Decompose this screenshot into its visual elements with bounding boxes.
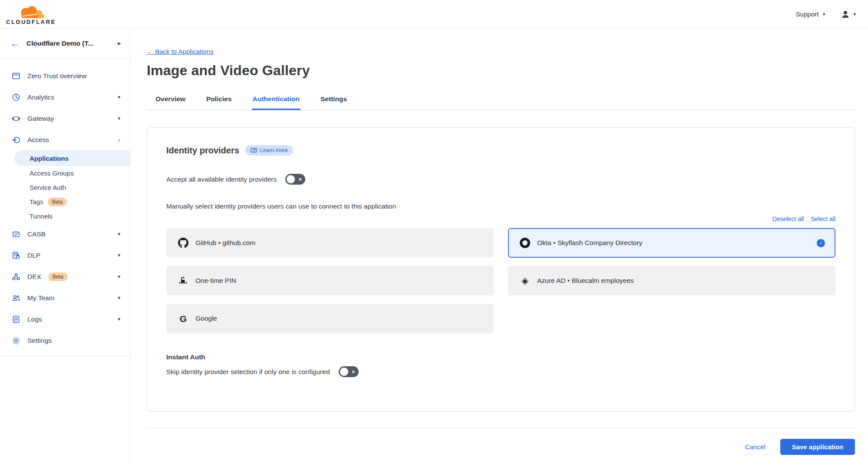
- save-application-button[interactable]: Save application: [780, 439, 855, 455]
- tab-authentication[interactable]: Authentication: [252, 91, 301, 110]
- beta-badge: Beta: [48, 272, 68, 281]
- sidebar-item-label: Logs: [27, 315, 42, 323]
- chevron-down-icon: ▼: [117, 317, 121, 322]
- toggle-knob: [287, 175, 295, 183]
- chevron-down-icon: ▼: [117, 253, 121, 258]
- sidebar-subitem-tunnels[interactable]: Tunnels: [0, 209, 130, 223]
- provider-card-google[interactable]: GGoogle: [166, 304, 494, 333]
- top-bar: CLOUDFLARE Support ▼ ▼: [0, 0, 868, 29]
- sidebar-item-logs[interactable]: Logs▼: [0, 308, 130, 330]
- tab-settings[interactable]: Settings: [320, 91, 348, 110]
- book-icon: [251, 148, 257, 153]
- account-menu[interactable]: ▼: [841, 10, 857, 19]
- sidebar-divider: [0, 356, 130, 357]
- manual-select-text: Manually select identity providers users…: [166, 202, 835, 210]
- sidebar-item-label: CASB: [27, 230, 46, 238]
- chevron-down-icon: ▼: [117, 274, 121, 279]
- team-icon: [12, 294, 20, 302]
- team-name: Cloudflare Demo (T...: [26, 40, 111, 47]
- provider-card-okta[interactable]: Okta • Skyflash Company Directory✓: [508, 228, 835, 258]
- cancel-button[interactable]: Cancel: [745, 443, 766, 451]
- settings-icon: [12, 336, 20, 345]
- dlp-icon: [12, 251, 20, 260]
- instant-auth-label: Skip identity provider selection if only…: [166, 368, 330, 376]
- footer-divider: [147, 428, 855, 428]
- logs-icon: [12, 315, 20, 324]
- one-time-pin-icon: ****: [178, 277, 189, 285]
- sidebar-item-dlp[interactable]: DLP▼: [0, 245, 130, 266]
- tab-bar: OverviewPoliciesAuthenticationSettings: [147, 91, 855, 110]
- sidebar-item-my-team[interactable]: My Team▼: [0, 287, 130, 308]
- accept-all-label: Accept all available identity providers: [166, 176, 277, 183]
- sidebar-item-analytics[interactable]: Analytics▼: [0, 86, 130, 108]
- chevron-down-icon: ▼: [822, 12, 826, 17]
- sidebar-subitem-label: Applications: [30, 155, 69, 162]
- analytics-icon: [12, 93, 20, 102]
- access-icon: [12, 136, 20, 144]
- provider-name: Azure AD • Bluecalm employees: [537, 277, 634, 285]
- chevron-down-icon: ▼: [117, 116, 121, 121]
- sidebar-item-label: DLP: [27, 252, 40, 259]
- sidebar-subitem-label: Tags: [30, 198, 43, 206]
- sidebar-subitem-service-auth[interactable]: Service Auth: [0, 180, 130, 195]
- sidebar-subitem-tags[interactable]: TagsBeta: [0, 195, 130, 209]
- learn-more-button[interactable]: Learn more: [245, 145, 293, 156]
- main-content: ← Back to Applications Image and Video G…: [130, 29, 868, 461]
- select-all-link[interactable]: Select all: [811, 216, 835, 222]
- google-icon: G: [178, 314, 189, 323]
- instant-auth-toggle[interactable]: ×: [339, 366, 359, 377]
- deselect-all-link[interactable]: Deselect all: [772, 216, 804, 222]
- sidebar: ← Cloudflare Demo (T... ▶ Zero Trust ove…: [0, 29, 130, 461]
- sidebar-item-label: My Team: [27, 294, 55, 302]
- okta-icon: [519, 238, 531, 248]
- sidebar-nav: Zero Trust overviewAnalytics▼Gateway▼Acc…: [0, 58, 130, 351]
- instant-auth-heading: Instant Auth: [166, 353, 835, 361]
- brand-text: CLOUDFLARE: [6, 19, 56, 25]
- sidebar-item-dex[interactable]: DEXBeta▼: [0, 266, 130, 287]
- sidebar-subitem-applications[interactable]: Applications: [14, 150, 130, 166]
- sidebar-item-label: DEX: [27, 273, 41, 281]
- card-heading: Identity providers: [166, 146, 239, 156]
- otp-mask: ****: [179, 283, 188, 285]
- sidebar-subitem-label: Service Auth: [30, 184, 66, 191]
- toggle-knob: [340, 368, 348, 376]
- beta-badge: Beta: [48, 198, 67, 206]
- sidebar-item-settings[interactable]: Settings: [0, 330, 130, 351]
- toggle-off-x-icon: ×: [352, 369, 355, 375]
- selected-check-icon: ✓: [817, 239, 825, 247]
- support-menu[interactable]: Support ▼: [796, 10, 826, 18]
- sidebar-item-label: Access: [27, 136, 49, 144]
- chevron-down-icon: ▼: [117, 295, 121, 300]
- user-icon: [841, 10, 850, 19]
- provider-card-azure[interactable]: ◈Azure AD • Bluecalm employees: [508, 266, 835, 295]
- footer-actions: Cancel Save application: [147, 439, 855, 455]
- sidebar-subitem-label: Tunnels: [30, 212, 53, 220]
- team-switcher[interactable]: ← Cloudflare Demo (T... ▶: [0, 29, 130, 58]
- providers-grid: GitHub • github.comOkta • Skyflash Compa…: [166, 228, 835, 333]
- sidebar-subitem-label: Access Groups: [30, 169, 74, 177]
- sidebar-item-access[interactable]: Access▲: [0, 129, 130, 150]
- sidebar-item-label: Zero Trust overview: [27, 72, 86, 80]
- chevron-up-icon: ▲: [117, 137, 121, 142]
- sidebar-item-zero-trust-overview[interactable]: Zero Trust overview: [0, 65, 130, 86]
- provider-name: One-time PIN: [195, 277, 236, 285]
- sidebar-subitem-access-groups[interactable]: Access Groups: [0, 166, 130, 180]
- back-to-applications-link[interactable]: ← Back to Applications: [147, 48, 213, 55]
- chevron-right-icon[interactable]: ▶: [118, 41, 121, 46]
- sidebar-item-casb[interactable]: CASB▼: [0, 223, 130, 245]
- window-icon: [12, 72, 20, 80]
- dex-icon: [12, 272, 20, 281]
- provider-name: Okta • Skyflash Company Directory: [537, 239, 642, 247]
- accept-all-toggle[interactable]: ×: [285, 174, 305, 185]
- sidebar-item-label: Settings: [27, 337, 52, 345]
- back-arrow-icon[interactable]: ←: [10, 38, 20, 49]
- sidebar-item-gateway[interactable]: Gateway▼: [0, 108, 130, 129]
- tab-overview[interactable]: Overview: [155, 91, 186, 110]
- cloudflare-cloud-icon: [16, 6, 46, 19]
- provider-card-github[interactable]: GitHub • github.com: [166, 228, 494, 258]
- tab-policies[interactable]: Policies: [205, 91, 233, 110]
- github-icon: [178, 238, 189, 248]
- provider-card-onetime[interactable]: ****One-time PIN: [166, 266, 494, 295]
- identity-providers-card: Identity providers Learn more Accept all…: [147, 127, 855, 411]
- provider-name: GitHub • github.com: [195, 239, 255, 247]
